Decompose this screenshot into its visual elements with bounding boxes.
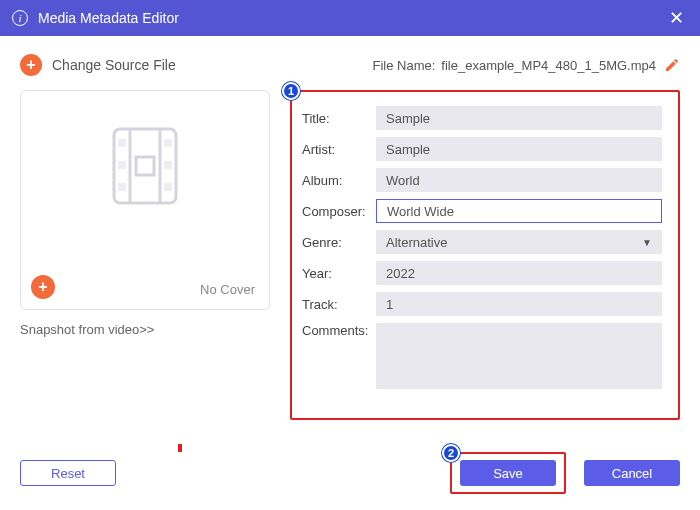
year-label: Year: [302,266,376,281]
svg-rect-9 [164,183,172,191]
cover-column: + No Cover Snapshot from video>> [20,90,270,420]
cover-box: + No Cover [20,90,270,310]
svg-rect-3 [136,157,154,175]
svg-rect-6 [118,183,126,191]
no-cover-label: No Cover [200,282,255,297]
titlebar: i Media Metadata Editor ✕ [0,0,700,36]
genre-row: Genre: Alternative ▼ [302,230,662,254]
annotation-mark [178,444,182,452]
svg-rect-5 [118,161,126,169]
title-row: Title: [302,106,662,130]
title-label: Title: [302,111,376,126]
genre-value: Alternative [386,235,447,250]
year-input[interactable] [376,261,662,285]
change-source-file-link[interactable]: Change Source File [52,57,176,73]
annotation-badge-2: 2 [442,444,460,462]
metadata-form: 1 Title: Artist: Album: Composer: Genre: [290,90,680,420]
year-row: Year: [302,261,662,285]
track-row: Track: [302,292,662,316]
snapshot-from-video-link[interactable]: Snapshot from video>> [20,322,154,337]
save-annotation-box: 2 Save [450,452,566,494]
artist-label: Artist: [302,142,376,157]
change-source-plus-icon[interactable]: + [20,54,42,76]
composer-row: Composer: [302,199,662,223]
composer-input[interactable] [376,199,662,223]
filename-area: File Name: file_example_MP4_480_1_5MG.mp… [373,57,681,73]
track-label: Track: [302,297,376,312]
svg-rect-7 [164,139,172,147]
svg-rect-8 [164,161,172,169]
album-label: Album: [302,173,376,188]
svg-rect-4 [118,139,126,147]
main-area: + No Cover Snapshot from video>> 1 Title… [20,90,680,420]
filename-label: File Name: [373,58,436,73]
add-cover-button[interactable]: + [31,275,55,299]
save-button[interactable]: Save [460,460,556,486]
comments-label: Comments: [302,323,376,338]
annotation-badge-1: 1 [282,82,300,100]
filename-value: file_example_MP4_480_1_5MG.mp4 [441,58,656,73]
window-title: Media Metadata Editor [38,10,665,26]
footer: Reset 2 Save Cancel [20,452,680,494]
edit-filename-icon[interactable] [664,57,680,73]
top-row: + Change Source File File Name: file_exa… [20,54,680,76]
cancel-button[interactable]: Cancel [584,460,680,486]
artist-row: Artist: [302,137,662,161]
composer-label: Composer: [302,204,376,219]
album-row: Album: [302,168,662,192]
comments-row: Comments: [302,323,662,389]
artist-input[interactable] [376,137,662,161]
film-placeholder-icon [100,121,190,211]
chevron-down-icon: ▼ [642,237,652,248]
comments-textarea[interactable] [376,323,662,389]
info-icon: i [12,10,28,26]
reset-button[interactable]: Reset [20,460,116,486]
content-area: + Change Source File File Name: file_exa… [0,36,700,434]
genre-select[interactable]: Alternative ▼ [376,230,662,254]
genre-label: Genre: [302,235,376,250]
title-input[interactable] [376,106,662,130]
album-input[interactable] [376,168,662,192]
track-input[interactable] [376,292,662,316]
close-icon[interactable]: ✕ [665,7,688,29]
